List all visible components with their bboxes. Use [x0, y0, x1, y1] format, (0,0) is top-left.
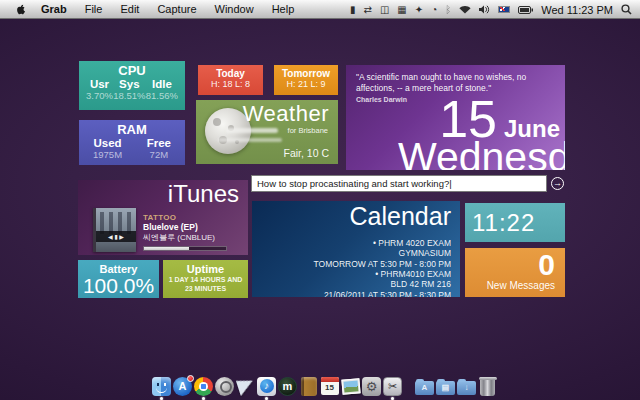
dock-folder-applications[interactable]: A [415, 374, 434, 398]
paper-plane-icon [235, 376, 255, 396]
gear-icon: ⚙ [362, 377, 381, 396]
search-input[interactable] [251, 175, 547, 192]
uptime-line1: 1 DAY 14 HOURS AND [163, 275, 248, 284]
weather-condition: Fair, 10 C [283, 147, 329, 159]
album-art: ◀ ▮ ▶ [93, 208, 136, 252]
tomorrow-title: Tomorrow [274, 68, 338, 79]
tomorrow-weather-widget: Tomorrow H: 21 L: 9 [274, 65, 338, 95]
dock-item-app-store[interactable]: A [173, 374, 192, 398]
dock-item-quicksilver[interactable] [215, 374, 234, 398]
music-note-icon: ♪ [264, 381, 269, 391]
ram-used-label: Used [93, 137, 122, 149]
cpu-idle-value: 81.56% [146, 90, 178, 101]
search-go-button[interactable]: → [551, 177, 564, 190]
ram-widget: RAM Used1975M Free72M [79, 120, 185, 165]
menu-app-name[interactable]: Grab [32, 0, 76, 18]
volume-icon[interactable] [479, 5, 490, 14]
today-title: Today [198, 68, 263, 79]
today-weather-widget: Today H: 18 L: 8 [198, 65, 263, 95]
track-progress-bar [143, 246, 227, 251]
clock-icon[interactable]: ◔ [431, 5, 437, 15]
apple-icon [15, 2, 27, 16]
bluetooth-icon[interactable]: ᛒ [445, 5, 451, 15]
cloud-icon [226, 128, 278, 133]
uptime-widget: Uptime 1 DAY 14 HOURS AND 23 MINUTES [163, 260, 248, 298]
menu-window[interactable]: Window [206, 0, 263, 18]
wifi-icon[interactable] [459, 5, 471, 14]
cpu-usr-value: 3.70% [86, 90, 113, 101]
itunes-title: iTunes [168, 180, 239, 208]
dock-item-ical[interactable]: 15 [320, 374, 339, 398]
dock-item-sparrow[interactable] [236, 374, 255, 398]
dock: A ♪ m 15 ⚙ ✂ A ▤ ↓ [152, 370, 497, 398]
sync-icon[interactable]: ⇄ [364, 5, 372, 15]
messages-widget: 0 New Messages [465, 248, 565, 297]
dock-item-finder[interactable] [152, 374, 171, 398]
menu-file[interactable]: File [76, 0, 112, 18]
dock-item-mplayerx[interactable]: m [278, 374, 297, 398]
uptime-title: Uptime [163, 263, 248, 275]
dock-item-notebook[interactable] [299, 374, 318, 398]
dock-item-itunes[interactable]: ♪ [257, 374, 276, 398]
apple-menu[interactable] [10, 0, 32, 18]
player-controls[interactable]: ◀ ▮ ▶ [96, 231, 136, 242]
australia-flag-icon[interactable] [498, 6, 510, 13]
cpu-title: CPU [79, 63, 185, 78]
calendar-event-line: TOMORROW AT 5:30 PM - 8:00 PM [314, 259, 451, 269]
ram-used-value: 1975M [93, 149, 122, 160]
menu-capture[interactable]: Capture [148, 0, 205, 18]
battery-value: 100.0% [78, 275, 159, 296]
dock-folder-documents[interactable]: ▤ [436, 374, 455, 398]
date-weekday: Wednesday [398, 137, 565, 170]
calendar-event-line: • PHRM 4020 EXAM [314, 238, 451, 248]
notebook-icon [301, 377, 317, 396]
app-store-letter: A [179, 380, 187, 392]
notification-badge [187, 375, 194, 382]
chrome-icon [194, 377, 213, 396]
dock-item-photos[interactable] [341, 374, 360, 398]
ram-free-label: Free [147, 137, 171, 149]
desktop: Grab File Edit Capture Window Help ▮ ⇄ ◫… [0, 0, 640, 400]
cpu-idle-label: Idle [146, 78, 178, 90]
dock-trash[interactable] [478, 374, 497, 398]
calendar-event-line: • PHRM4010 EXAM [314, 269, 451, 279]
menu-help[interactable]: Help [263, 0, 304, 18]
dock-folder-downloads[interactable]: ↓ [457, 374, 476, 398]
menu-edit[interactable]: Edit [111, 0, 148, 18]
spotlight-icon[interactable] [621, 4, 632, 15]
calendar-app-icon: 15 [321, 377, 339, 395]
itunes-widget: iTunes ◀ ▮ ▶ TATTOO Bluelove (EP) 씨엔블루 (… [78, 180, 248, 255]
uptime-line2: 23 MINUTES [163, 284, 248, 293]
trash-icon [480, 377, 495, 396]
dock-item-system-preferences[interactable]: ⚙ [362, 374, 381, 398]
quote-date-widget: "A scientific man ought to have no wishe… [346, 65, 565, 170]
clock-widget: 11:22 PM [465, 203, 565, 242]
dock-item-chrome[interactable] [194, 374, 213, 398]
battery-widget: Battery 100.0% [78, 260, 159, 298]
cpu-sys-value: 18.51% [113, 90, 145, 101]
downloads-folder-icon: ↓ [457, 381, 476, 395]
menu-bar: Grab File Edit Capture Window Help ▮ ⇄ ◫… [0, 0, 640, 19]
weather-title: Weather [243, 101, 329, 127]
cpu-usr-label: Usr [86, 78, 113, 90]
artist-name: 씨엔블루 (CNBLUE) [143, 232, 227, 243]
today-range: H: 18 L: 8 [198, 79, 263, 89]
calendar-day-number: 15 [321, 382, 339, 393]
spaces-icon[interactable]: ◫ [380, 5, 389, 15]
menu-clock[interactable]: Wed 11:23 PM [541, 4, 613, 16]
mplayerx-icon: m [278, 377, 297, 396]
display-icon[interactable]: ▮ [350, 5, 356, 15]
messages-count: 0 [538, 248, 555, 282]
cloud-icon [218, 138, 282, 142]
battery-icon[interactable] [518, 6, 533, 14]
finder-icon [152, 377, 171, 396]
dashboard-icon[interactable]: ✦ [415, 5, 423, 15]
grid-icon[interactable]: ▦ [397, 5, 406, 15]
dock-item-grab[interactable]: ✂ [383, 374, 402, 398]
weather-widget: Weather for Brisbane Fair, 10 C [196, 100, 338, 164]
quicksilver-icon [215, 377, 234, 396]
documents-folder-icon: ▤ [436, 381, 455, 395]
applications-folder-icon: A [415, 381, 434, 395]
itunes-icon: ♪ [257, 377, 276, 396]
search-bar: → [251, 175, 565, 193]
